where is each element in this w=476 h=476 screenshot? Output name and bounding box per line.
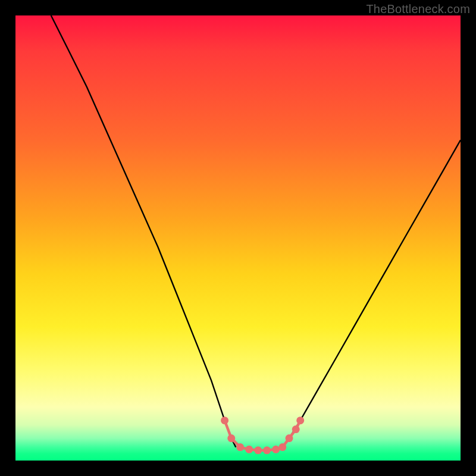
curve-right-arm [283, 140, 461, 447]
curve-left-arm [51, 15, 236, 447]
valley-marker-dot [272, 446, 280, 453]
watermark-text: TheBottleneck.com [366, 2, 470, 16]
valley-marker-dot [236, 443, 244, 451]
valley-marker-dot [254, 446, 262, 454]
valley-marker-dot [245, 446, 253, 453]
valley-marker-dot [292, 425, 300, 433]
valley-marker-dot [278, 443, 286, 451]
valley-marker-dots [221, 416, 304, 454]
valley-marker-dot [286, 434, 293, 442]
chart-frame: TheBottleneck.com [0, 0, 476, 476]
plot-area [15, 15, 461, 461]
valley-marker-dot [296, 416, 304, 424]
chart-svg [15, 15, 461, 461]
valley-marker-dot [227, 434, 235, 442]
curve-group [51, 15, 461, 454]
valley-marker-dot [263, 446, 271, 454]
valley-marker-dot [221, 416, 228, 424]
